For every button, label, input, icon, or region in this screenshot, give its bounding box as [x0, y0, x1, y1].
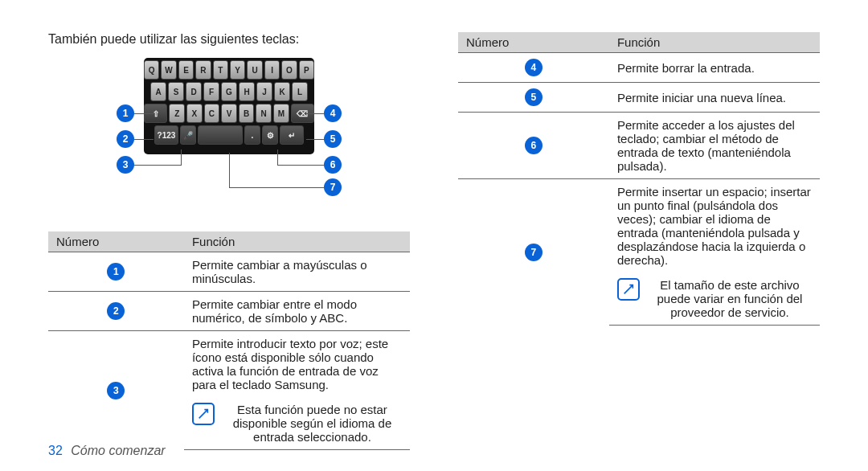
left-table: Número Función 1 Permite cambiar a mayús…	[48, 231, 410, 450]
table-row: 3 Permite introducir texto por voz; este…	[48, 331, 410, 398]
keyboard-key: M	[273, 104, 289, 123]
keyboard-key: U	[247, 60, 262, 80]
keyboard-key: W	[161, 60, 176, 80]
marker-3: 3	[117, 156, 134, 174]
row-text: Permite iniciar una nueva línea.	[609, 83, 820, 113]
marker-6: 6	[324, 156, 342, 174]
th-funcion: Función	[184, 231, 410, 252]
keyboard-key: H	[239, 82, 255, 101]
marker-1: 1	[117, 104, 134, 122]
keyboard-key: C	[204, 104, 220, 123]
note-text: El tamaño de este archivo puede variar e…	[648, 278, 812, 319]
keyboard-key: G	[221, 82, 237, 101]
keyboard-key: S	[168, 82, 184, 101]
note-icon	[617, 278, 640, 301]
keyboard-key: J	[256, 82, 272, 101]
page-number: 32	[48, 444, 63, 457]
row-badge: 5	[525, 88, 542, 106]
keyboard-key: O	[281, 60, 297, 80]
keyboard-key: 🎤	[180, 125, 196, 145]
right-table: Número Función 4 Permite borrar la entra…	[458, 32, 820, 326]
table-row: 1 Permite cambiar a mayúsculas o minúscu…	[48, 252, 410, 292]
note-icon	[192, 403, 215, 425]
keyboard-key: P	[299, 60, 314, 80]
keyboard-key: Z	[169, 104, 185, 123]
keyboard-key: T	[213, 60, 228, 80]
keyboard-key: R	[195, 60, 211, 80]
keyboard-key: K	[274, 82, 290, 101]
marker-7: 7	[324, 178, 342, 196]
row-text: Permite insertar un espacio; insertar un…	[609, 179, 820, 273]
row-badge: 1	[107, 263, 125, 281]
keyboard-figure: QWERTYUIOP ASDFGHJKL ⇧ZXCVBNM⌫ ?123🎤.⚙↵ …	[108, 58, 350, 215]
keyboard-key: B	[239, 104, 255, 123]
row-badge: 6	[525, 137, 542, 154]
keyboard-key: Q	[144, 60, 159, 80]
keyboard-key: ?123	[154, 125, 178, 145]
row-badge: 7	[525, 244, 542, 261]
keyboard-key: F	[203, 82, 219, 101]
row-text: Permite cambiar a mayúsculas o minúscula…	[184, 252, 410, 292]
table-row: 7 Permite insertar un espacio; insertar …	[458, 179, 820, 273]
row-text: Permite borrar la entrada.	[609, 53, 820, 83]
row-badge: 2	[107, 302, 125, 320]
table-row: 2 Permite cambiar entre el modo numérico…	[48, 292, 410, 331]
keyboard-key: Y	[230, 60, 245, 80]
keyboard-key: .	[244, 125, 260, 145]
note-text: Esta función puede no estar disponible s…	[223, 403, 402, 444]
keyboard-key: E	[178, 60, 194, 80]
row-badge: 3	[107, 382, 125, 399]
keyboard-body: QWERTYUIOP ASDFGHJKL ⇧ZXCVBNM⌫ ?123🎤.⚙↵	[144, 58, 314, 154]
keyboard-key: X	[186, 104, 203, 123]
intro-text: También puede utilizar las siguientes te…	[48, 32, 410, 47]
th-numero: Número	[458, 32, 609, 53]
keyboard-key: ↵	[280, 125, 304, 145]
keyboard-key: A	[150, 82, 166, 101]
keyboard-key	[198, 125, 243, 145]
table-row: 5 Permite iniciar una nueva línea.	[458, 83, 820, 113]
row-text: Permite acceder a los ajustes del teclad…	[609, 113, 820, 179]
keyboard-key: L	[292, 82, 308, 101]
th-numero: Número	[48, 231, 184, 252]
marker-2: 2	[117, 130, 134, 148]
keyboard-key: ⚙	[262, 125, 278, 145]
keyboard-key: D	[186, 82, 202, 101]
keyboard-key: V	[221, 104, 237, 123]
row-text: Permite introducir texto por voz; este í…	[184, 331, 410, 398]
keyboard-key: N	[256, 104, 272, 123]
row-badge: 4	[525, 59, 542, 76]
keyboard-key: I	[264, 60, 280, 80]
row-text: Permite cambiar entre el modo numérico, …	[184, 292, 410, 331]
chapter-name: Cómo comenzar	[71, 444, 165, 457]
page-footer: 32 Cómo comenzar	[48, 444, 166, 458]
th-funcion: Función	[609, 32, 820, 53]
marker-5: 5	[324, 130, 342, 148]
table-row: 6 Permite acceder a los ajustes del tecl…	[458, 113, 820, 179]
table-row: 4 Permite borrar la entrada.	[458, 53, 820, 83]
marker-4: 4	[324, 104, 342, 122]
